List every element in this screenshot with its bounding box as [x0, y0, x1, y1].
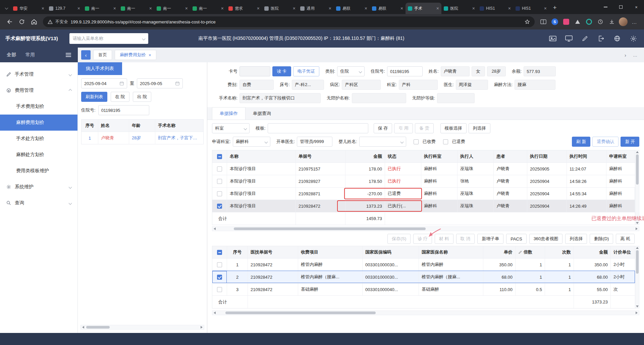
browser-tab[interactable]: 医院 × [441, 3, 477, 14]
save-detail-button[interactable]: 保存(S) [387, 234, 411, 244]
globe-icon[interactable] [613, 34, 621, 43]
tab-more-icon[interactable]: … [633, 53, 637, 58]
tab-close-icon[interactable]: × [400, 6, 403, 11]
add-suborder-button[interactable]: 新增子单 [477, 234, 503, 244]
patient-row[interactable]: 1 卢晓青 28岁 剖宫产术，子宫下段横切口 [82, 132, 203, 144]
order-row[interactable]: 本院诊疗项目 210975157 178.00 已执行 麻醉科 巫瑞珠 卢晓青 … [212, 162, 635, 175]
row-checkbox-checked[interactable] [217, 275, 222, 280]
select-all-checkbox[interactable] [217, 154, 222, 159]
signature-icon[interactable] [581, 34, 589, 43]
menu-search-input[interactable]: 请输入菜单名称 [69, 33, 148, 44]
charge-items-vscrollbar[interactable] [635, 246, 639, 308]
row-checkbox[interactable] [217, 166, 222, 171]
refresh-icon[interactable] [17, 17, 27, 27]
ecert-button[interactable]: 电子凭证 [293, 66, 319, 76]
browser-tab[interactable]: 易联 × [334, 3, 370, 14]
sidebar-item-anesthesia-prescription[interactable]: 麻醉处方划价 [0, 147, 77, 163]
delete-button[interactable]: 删除(D) [590, 234, 613, 244]
tab-close-icon[interactable]: × [293, 6, 296, 11]
apply-dept-select[interactable]: 麻醉科 [233, 137, 270, 147]
exit-icon[interactable] [597, 34, 605, 43]
patient-hscrollbar[interactable] [80, 325, 204, 330]
sidebar-item-anesthesia-pricing[interactable]: 麻醉费用划价 [0, 115, 77, 131]
tab-close-icon[interactable]: × [365, 6, 367, 11]
tab-close-icon[interactable]: × [149, 6, 152, 11]
tab-close-icon[interactable]: × [544, 6, 547, 11]
tab-close-icon[interactable]: × [257, 6, 260, 11]
charge-items-hscrollbar[interactable] [212, 310, 639, 315]
tab-document-ops[interactable]: 单据操作 [212, 107, 246, 120]
browser-tab[interactable]: 医院 × [262, 3, 298, 14]
close-button[interactable]: × [629, 0, 644, 14]
back-icon[interactable] [5, 17, 15, 27]
tab-close-icon[interactable]: × [149, 53, 151, 58]
refund-confirm-button[interactable]: 退费确认 [592, 137, 619, 147]
minimize-button[interactable] [598, 0, 613, 14]
date-to-input[interactable]: 2025-09-05 [137, 78, 183, 88]
row-checkbox[interactable] [217, 287, 222, 292]
tab-close-icon[interactable]: × [113, 6, 116, 11]
order-doctor-input[interactable] [297, 137, 332, 147]
extension-teal-icon[interactable] [584, 17, 594, 26]
orders-hscrollbar[interactable] [212, 226, 639, 231]
tab-document-query[interactable]: 单据查询 [246, 107, 278, 120]
high-consumable-button[interactable]: 高 耗 [616, 234, 635, 244]
discharged-button[interactable]: 出 院 [133, 92, 152, 102]
history-icon[interactable] [596, 17, 605, 26]
browser-menu-icon[interactable]: … [630, 17, 639, 26]
row-checkbox[interactable] [217, 191, 222, 196]
select-all-checkbox[interactable] [217, 250, 222, 255]
home-icon[interactable] [29, 17, 39, 27]
filter-common[interactable]: 常用 [25, 52, 35, 58]
tab-close-icon[interactable]: × [42, 6, 44, 11]
save-button[interactable]: 保 存 [374, 123, 392, 133]
row-checkbox[interactable] [217, 179, 222, 184]
menu-collapse-icon[interactable] [66, 53, 71, 57]
inpatient-button[interactable]: 在 院 [111, 92, 129, 102]
quote-button[interactable]: 引 用 [394, 123, 413, 133]
tab-close-icon[interactable]: × [185, 6, 188, 11]
extension-triangle-icon[interactable] [573, 17, 582, 26]
template-input[interactable] [268, 123, 368, 133]
baby-name-select[interactable] [359, 137, 406, 147]
row-checkbox[interactable] [217, 262, 222, 267]
split-screen-icon[interactable] [539, 17, 548, 26]
sidebar-item-fee-template[interactable]: 费用类模板维护 [0, 163, 77, 179]
column-select-button[interactable]: 列选择 [469, 123, 490, 133]
charge-item-row[interactable]: 3 210928472 基础麻醉 003301000040... 基础麻醉 11… [212, 283, 635, 295]
sidebar-item-surgery-pricing[interactable]: 手术费用划价 [0, 98, 77, 115]
cancel-button[interactable]: 取 消 [456, 234, 475, 244]
filter-all[interactable]: 全部 [7, 52, 16, 58]
refresh-button[interactable]: 刷 新 [572, 137, 591, 147]
security-label[interactable]: 不安全 [55, 19, 68, 25]
tab-home[interactable]: 首页 [93, 50, 112, 60]
sidebar-group-fee-mgmt[interactable]: 费用管理 [0, 82, 77, 98]
sidebar-group-query[interactable]: 查询 [0, 195, 77, 211]
new-order-button[interactable]: 新 开 [621, 137, 639, 147]
admission-input[interactable] [387, 66, 423, 76]
browser-tab[interactable]: 易联 × [370, 3, 406, 14]
tab-close-icon[interactable]: × [508, 6, 511, 11]
extension-pink-icon[interactable] [561, 17, 571, 26]
order-row-selected[interactable]: 本院诊疗项目 210928472 1373.23 已执行(... 麻醉科 巫瑞珠… [212, 200, 635, 212]
browser-tab[interactable]: 南一 × [190, 3, 226, 14]
browser-tab[interactable]: 129.7 × [47, 3, 83, 14]
charge-item-row-selected[interactable]: 2 210928472 椎管内麻醉（腰麻... 003301000030... … [212, 271, 635, 283]
tab-close-icon[interactable]: × [221, 6, 224, 11]
read-card-button[interactable]: 读 卡 [272, 66, 291, 76]
browser-tab[interactable]: 需求 × [226, 3, 262, 14]
paid-checkbox[interactable] [414, 139, 419, 144]
card-no-input[interactable] [239, 66, 270, 76]
browser-tab[interactable]: 华安 × [11, 3, 47, 14]
tab-close-icon[interactable]: × [77, 6, 80, 11]
tab-scroll-right-icon[interactable]: › [625, 52, 626, 58]
url-bar[interactable]: 不安全 199.9.129.29:8000/his-ss/app/#/cost-… [43, 16, 535, 27]
tab-anesthesia-pricing[interactable]: 麻醉费用划价 × [115, 50, 156, 60]
tab-close-icon[interactable]: × [329, 6, 331, 11]
sidebar-group-surgery-mgmt[interactable]: 手术管理 [0, 66, 77, 82]
tab-scroll-left-button[interactable]: ‹ [81, 50, 91, 60]
bookmark-star-icon[interactable] [525, 19, 530, 24]
row-checkbox-checked[interactable] [217, 204, 222, 209]
new-tab-button[interactable]: + [550, 3, 560, 13]
template-select-button[interactable]: 模板选择 [440, 123, 467, 133]
